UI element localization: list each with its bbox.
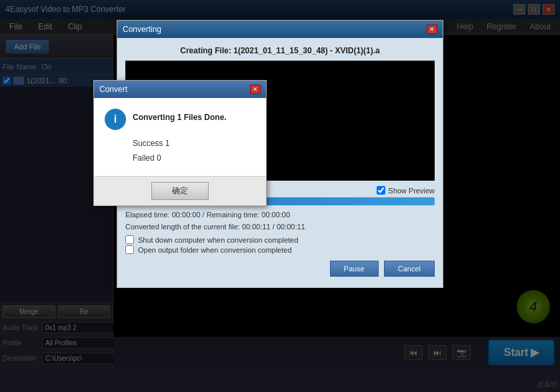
convert-result-title-bar: Convert ✕	[94, 81, 266, 98]
convert-message: Converting 1 Files Done.	[133, 109, 227, 122]
shutdown-checkbox[interactable]	[125, 235, 134, 244]
converting-close-button[interactable]: ✕	[427, 25, 437, 34]
open-folder-checkbox[interactable]	[125, 245, 134, 254]
convert-stats: Success 1 Failed 0	[105, 137, 169, 165]
elapsed-time-value: 00:00:00	[172, 211, 201, 219]
converting-dialog-title: Converting	[123, 25, 161, 34]
shutdown-label: Shut down computer when conversion compl…	[138, 236, 298, 244]
remaining-time-value: 00:00:00	[261, 211, 290, 219]
converting-filename: Creating File: 1(2021_01_11_15_30_48) - …	[125, 46, 435, 55]
confirm-button[interactable]: 确定	[151, 182, 209, 200]
open-folder-label: Open output folder when conversion compl…	[138, 246, 292, 254]
convert-result-close-button[interactable]: ✕	[250, 85, 261, 94]
convert-result-dialog: Convert ✕ i Converting 1 Files Done. Suc…	[93, 80, 267, 206]
failed-stat: Failed 0	[133, 151, 169, 166]
converting-options: Shut down computer when conversion compl…	[125, 235, 435, 254]
converted-length-label: Converted length of the current file:	[125, 223, 240, 231]
cancel-button[interactable]: Cancel	[384, 261, 435, 277]
converting-actions: Pause Cancel	[125, 255, 435, 279]
elapsed-time-label: Elapsed time:	[125, 211, 170, 219]
shutdown-option-row: Shut down computer when conversion compl…	[125, 235, 435, 244]
open-folder-option-row: Open output folder when conversion compl…	[125, 245, 435, 254]
pause-button[interactable]: Pause	[330, 261, 379, 277]
converted-length-value: 00:00:11	[242, 223, 271, 231]
success-stat: Success 1	[133, 137, 169, 151]
remaining-time-label: / Remaining time:	[203, 211, 260, 219]
app-window: 4Easysof Video to MP3 Converter — □ ✕ Fi…	[0, 0, 560, 392]
convert-result-body: i Converting 1 Files Done. Success 1 Fai…	[94, 98, 266, 176]
show-preview-label: Show Preview	[388, 187, 435, 195]
convert-message-row: i Converting 1 Files Done.	[105, 109, 227, 130]
converting-status: Elapsed time: 00:00:00 / Remaining time:…	[125, 209, 435, 233]
convert-footer: 确定	[94, 176, 266, 205]
show-preview-checkbox[interactable]	[377, 186, 385, 195]
info-icon: i	[105, 109, 126, 130]
convert-result-title: Convert	[99, 85, 127, 94]
converting-title-bar: Converting ✕	[117, 21, 443, 38]
converted-total-value: / 00:00:11	[273, 223, 305, 231]
